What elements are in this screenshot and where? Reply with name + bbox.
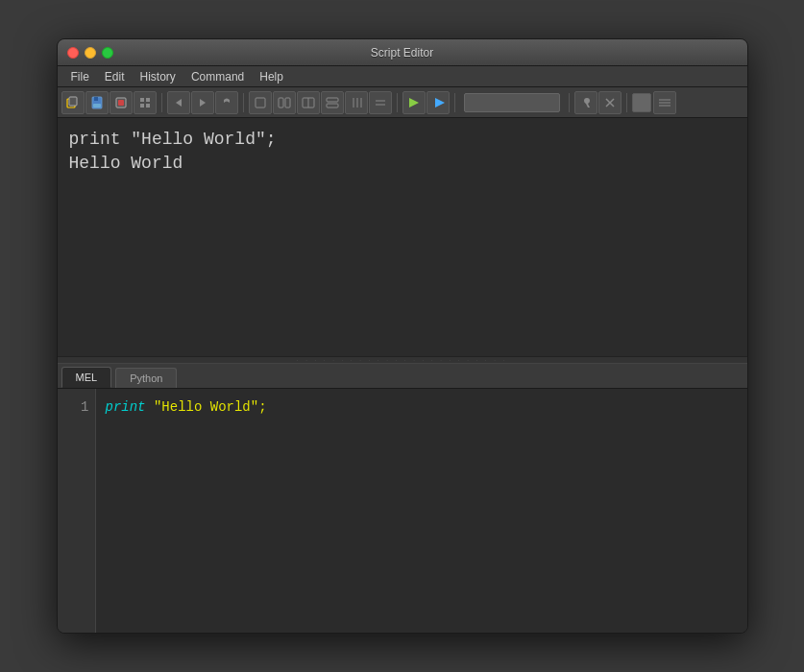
divider-dots: · · · · · · · · · · · · · · · · · · · · … bbox=[297, 357, 507, 363]
toolbar-btn-w2[interactable] bbox=[273, 91, 296, 114]
svg-rect-4 bbox=[93, 104, 101, 108]
toolbar-sep-2 bbox=[243, 93, 244, 112]
code-string: "Hello World"; bbox=[154, 399, 267, 415]
toolbar-btn-grid[interactable] bbox=[134, 91, 157, 114]
toolbar-btn-w1[interactable] bbox=[249, 91, 272, 114]
toolbar-search-input[interactable] bbox=[464, 93, 560, 112]
window-title: Script Editor bbox=[371, 46, 433, 60]
menu-history[interactable]: History bbox=[133, 68, 183, 85]
toolbar-sep-1 bbox=[161, 93, 162, 112]
svg-rect-15 bbox=[285, 98, 290, 108]
toolbar-btn-run-selected[interactable] bbox=[426, 91, 450, 114]
menu-command[interactable]: Command bbox=[183, 68, 252, 85]
svg-rect-14 bbox=[279, 98, 283, 108]
toolbar-btn-w5[interactable] bbox=[345, 91, 368, 114]
toolbar-group-run bbox=[402, 91, 450, 114]
svg-marker-12 bbox=[200, 99, 206, 107]
toolbar-group-misc bbox=[574, 91, 621, 114]
code-keyword: print bbox=[106, 399, 146, 415]
line-number-1: 1 bbox=[63, 396, 89, 418]
toolbar-btn-lines[interactable] bbox=[653, 91, 676, 114]
toolbar-btn-undo[interactable] bbox=[215, 91, 238, 114]
code-content[interactable]: print "Hello World"; bbox=[96, 389, 747, 633]
toolbar-btn-w3[interactable] bbox=[297, 91, 320, 114]
svg-rect-18 bbox=[327, 98, 338, 102]
svg-marker-11 bbox=[176, 99, 182, 107]
close-button[interactable] bbox=[67, 47, 79, 59]
menu-file[interactable]: File bbox=[63, 68, 97, 85]
menu-edit[interactable]: Edit bbox=[97, 68, 133, 85]
code-editor: 1 print "Hello World"; bbox=[58, 389, 747, 633]
toolbar-btn-w4[interactable] bbox=[321, 91, 344, 114]
svg-rect-3 bbox=[94, 97, 98, 101]
toolbar-group-1 bbox=[61, 91, 157, 114]
toolbar-btn-back[interactable] bbox=[167, 91, 190, 114]
output-line-2: Hello World bbox=[69, 152, 736, 176]
svg-rect-10 bbox=[146, 104, 150, 108]
tab-mel[interactable]: MEL bbox=[61, 367, 112, 388]
svg-rect-19 bbox=[327, 104, 338, 108]
output-line-1: print "Hello World"; bbox=[69, 128, 736, 152]
pane-divider[interactable]: · · · · · · · · · · · · · · · · · · · · … bbox=[58, 356, 747, 364]
menu-bar: File Edit History Command Help bbox=[58, 66, 747, 87]
toolbar-btn-color[interactable] bbox=[632, 93, 651, 112]
toolbar-group-2 bbox=[167, 91, 238, 114]
code-space bbox=[146, 399, 154, 415]
svg-marker-26 bbox=[435, 98, 445, 108]
svg-rect-6 bbox=[118, 100, 124, 106]
toolbar-sep-3 bbox=[397, 93, 398, 112]
svg-rect-8 bbox=[146, 98, 150, 102]
tab-bar: MEL Python bbox=[58, 364, 747, 389]
tab-python[interactable]: Python bbox=[115, 368, 177, 388]
toolbar-group-3 bbox=[249, 91, 392, 114]
minimize-button[interactable] bbox=[85, 47, 96, 59]
script-editor-window: Script Editor File Edit History Command … bbox=[57, 38, 748, 634]
toolbar-sep-4 bbox=[454, 93, 455, 112]
traffic-lights bbox=[67, 47, 113, 59]
toolbar-btn-clear[interactable] bbox=[598, 91, 621, 114]
maximize-button[interactable] bbox=[102, 47, 113, 59]
toolbar-btn-open[interactable] bbox=[61, 91, 85, 114]
toolbar-sep-5 bbox=[569, 93, 570, 112]
toolbar-btn-wrench[interactable] bbox=[574, 91, 597, 114]
toolbar-btn-w6[interactable] bbox=[369, 91, 392, 114]
svg-rect-1 bbox=[69, 97, 77, 106]
svg-rect-7 bbox=[140, 98, 144, 102]
toolbar-sep-6 bbox=[626, 93, 627, 112]
line-numbers: 1 bbox=[58, 389, 96, 633]
toolbar-btn-run-all[interactable] bbox=[402, 91, 426, 114]
toolbar-btn-record[interactable] bbox=[110, 91, 133, 114]
svg-rect-13 bbox=[256, 98, 265, 108]
menu-help[interactable]: Help bbox=[252, 68, 291, 85]
toolbar bbox=[58, 87, 747, 118]
toolbar-btn-forward[interactable] bbox=[191, 91, 214, 114]
title-bar: Script Editor bbox=[58, 39, 747, 66]
script-area: MEL Python 1 print "Hello World"; bbox=[58, 364, 747, 633]
svg-rect-9 bbox=[140, 104, 144, 108]
toolbar-btn-save[interactable] bbox=[85, 91, 109, 114]
svg-marker-25 bbox=[409, 98, 419, 108]
output-area: print "Hello World"; Hello World bbox=[58, 118, 747, 356]
